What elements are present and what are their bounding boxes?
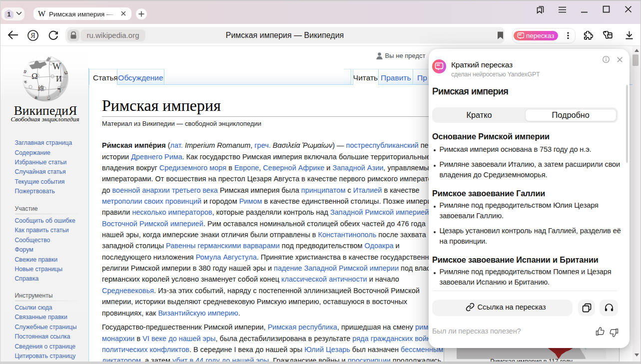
- svg-text:“: “: [437, 62, 440, 70]
- svg-text:“: “: [519, 32, 522, 39]
- svg-text:維: 維: [37, 84, 44, 92]
- svg-text:И: И: [56, 74, 62, 83]
- svg-text:ව: ව: [47, 95, 50, 101]
- svg-text:ר: ר: [57, 86, 61, 94]
- svg-text:Я: Я: [30, 32, 35, 39]
- svg-text:Ω: Ω: [31, 71, 38, 81]
- svg-text:W: W: [52, 61, 61, 71]
